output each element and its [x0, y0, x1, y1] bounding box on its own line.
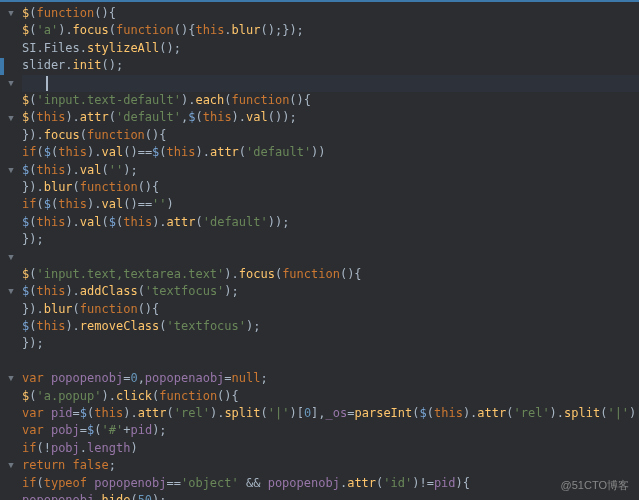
fold-marker[interactable]: ▼ — [0, 75, 22, 92]
fold-marker — [0, 475, 22, 492]
fold-marker[interactable]: ▼ — [0, 457, 22, 474]
fold-marker — [0, 92, 22, 109]
code-line[interactable]: SI.Files.stylizeAll(); — [22, 40, 639, 57]
text-cursor — [46, 76, 48, 91]
fold-marker[interactable]: ▼ — [0, 109, 22, 126]
code-line[interactable]: $(this).removeClass('textfocus'); — [22, 318, 639, 335]
code-line[interactable]: popopenobj.hide(50); — [22, 492, 639, 500]
code-line[interactable] — [22, 353, 639, 370]
editor-body: ▼▼▼▼▼▼▼▼ $(function(){ $('a').focus(func… — [0, 2, 639, 500]
fold-marker[interactable]: ▼ — [0, 370, 22, 387]
code-line[interactable]: var pid=$(this).attr('rel').split('|')[0… — [22, 405, 639, 422]
code-line[interactable]: $('a.popup').click(function(){ — [22, 388, 639, 405]
fold-marker[interactable]: ▼ — [0, 283, 22, 300]
fold-marker — [0, 144, 22, 161]
code-line[interactable]: if(typeof popopenobj=='object' && popope… — [22, 475, 639, 492]
code-line[interactable]: $('input.text-default').each(function(){ — [22, 92, 639, 109]
code-line[interactable]: if(!pobj.length) — [22, 440, 639, 457]
fold-marker — [0, 301, 22, 318]
watermark: @51CTO博客 — [561, 478, 629, 494]
code-line[interactable]: $(this).addClass('textfocus'); — [22, 283, 639, 300]
fold-marker[interactable]: ▼ — [0, 162, 22, 179]
fold-marker — [0, 440, 22, 457]
code-line[interactable]: var pobj=$('#'+pid); — [22, 422, 639, 439]
fold-marker — [0, 388, 22, 405]
fold-marker[interactable]: ▼ — [0, 248, 22, 265]
code-line[interactable]: }).focus(function(){ — [22, 127, 639, 144]
code-area[interactable]: $(function(){ $('a').focus(function(){th… — [22, 2, 639, 500]
code-line[interactable]: }); — [22, 231, 639, 248]
fold-marker — [0, 492, 22, 500]
code-line[interactable]: if($(this).val()==$(this).attr('default'… — [22, 144, 639, 161]
code-line[interactable]: return false; — [22, 457, 639, 474]
fold-marker — [0, 422, 22, 439]
fold-marker — [0, 214, 22, 231]
fold-marker — [0, 231, 22, 248]
code-line[interactable]: $(this).attr('default',$(this).val()); — [22, 109, 639, 126]
code-line[interactable]: $('input.text,textarea.text').focus(func… — [22, 266, 639, 283]
code-line[interactable]: $(function(){ — [22, 5, 639, 22]
fold-marker — [0, 335, 22, 352]
code-line[interactable]: $('a').focus(function(){this.blur();}); — [22, 22, 639, 39]
fold-marker — [0, 127, 22, 144]
code-line[interactable]: }).blur(function(){ — [22, 179, 639, 196]
code-line[interactable]: }).blur(function(){ — [22, 301, 639, 318]
code-line[interactable]: if($(this).val()=='') — [22, 196, 639, 213]
fold-marker — [0, 22, 22, 39]
code-line[interactable]: $(this).val($(this).attr('default')); — [22, 214, 639, 231]
fold-marker — [0, 179, 22, 196]
fold-gutter[interactable]: ▼▼▼▼▼▼▼▼ — [0, 2, 22, 500]
fold-marker — [0, 266, 22, 283]
code-line[interactable] — [22, 248, 639, 265]
code-line[interactable]: slider.init(); — [22, 57, 639, 74]
code-line[interactable]: }); — [22, 335, 639, 352]
fold-marker — [0, 40, 22, 57]
code-line[interactable]: $(this).val(''); — [22, 162, 639, 179]
fold-marker — [0, 405, 22, 422]
code-line[interactable]: var popopenobj=0,popopenaobj=null; — [22, 370, 639, 387]
selection-marker — [0, 58, 4, 75]
fold-marker — [0, 196, 22, 213]
fold-marker — [0, 318, 22, 335]
fold-marker[interactable]: ▼ — [0, 5, 22, 22]
code-line[interactable] — [22, 75, 639, 92]
fold-marker — [0, 353, 22, 370]
